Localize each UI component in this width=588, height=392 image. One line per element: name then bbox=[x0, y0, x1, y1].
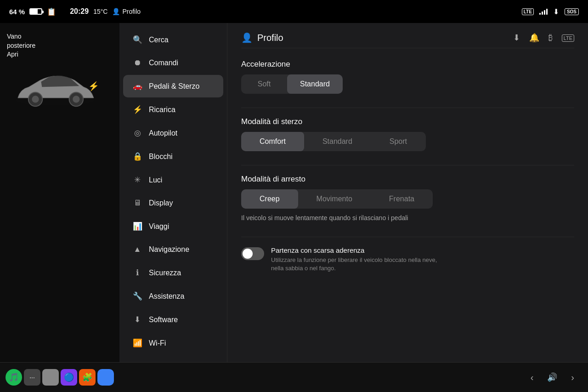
sidebar-item-luci[interactable]: ✳ Luci bbox=[123, 169, 223, 191]
sidebar-label-viaggi: Viaggi bbox=[149, 222, 169, 231]
sidebar-item-pedali[interactable]: 🚗 Pedali & Sterzo bbox=[123, 75, 223, 97]
stop-title: Modalità di arresto bbox=[241, 175, 574, 184]
acceleration-section: Accelerazione Soft Standard bbox=[241, 60, 574, 94]
stop-frenata-btn[interactable]: Frenata bbox=[371, 189, 433, 209]
signal-bar-4 bbox=[546, 9, 548, 15]
display-icon: 🖥 bbox=[132, 199, 142, 208]
stop-section: Modalità di arresto Creep Movimento Fren… bbox=[241, 175, 574, 223]
svg-text:⚡: ⚡ bbox=[88, 81, 99, 91]
traction-toggle-label: Partenza con scarsa aderenza bbox=[271, 246, 446, 254]
steering-btn-group: Comfort Standard Sport bbox=[241, 132, 426, 151]
profile-header-icon: 👤 bbox=[241, 32, 253, 43]
sidebar-label-wifi: Wi-Fi bbox=[149, 339, 166, 347]
traction-text-block: Partenza con scarsa aderenza Utilizzare … bbox=[271, 246, 446, 273]
acceleration-soft-btn[interactable]: Soft bbox=[241, 74, 287, 94]
status-bar-right: LTE ⬇ SOS bbox=[522, 7, 579, 16]
signal-bar-3 bbox=[544, 10, 545, 15]
wifi-icon: 📶 bbox=[132, 338, 142, 348]
divider-1 bbox=[241, 108, 574, 108]
stop-description: Il veicolo si muove lentamente quando si… bbox=[241, 213, 448, 223]
sicurezza-icon: ℹ bbox=[132, 268, 142, 278]
square-icon[interactable] bbox=[42, 369, 59, 386]
content-title-text: Profilo bbox=[257, 33, 283, 43]
download-icon: ⬇ bbox=[553, 7, 559, 16]
battery-icon bbox=[29, 8, 42, 15]
car-label-line2: posteriore bbox=[7, 42, 35, 49]
file-icon: 📋 bbox=[47, 7, 56, 16]
navigazione-icon: ▲ bbox=[132, 245, 142, 254]
status-profile: 👤 Profilo bbox=[112, 8, 141, 15]
bell-header-icon[interactable]: 🔔 bbox=[529, 33, 539, 43]
nav-next-arrow[interactable]: › bbox=[571, 372, 574, 383]
sidebar-label-ricarica: Ricarica bbox=[149, 106, 175, 114]
ricarica-icon: ⚡ bbox=[132, 105, 142, 114]
acceleration-title: Accelerazione bbox=[241, 60, 574, 69]
nav-prev-arrow[interactable]: ‹ bbox=[531, 372, 534, 383]
search-icon: 🔍 bbox=[132, 35, 142, 45]
puzzle-icon[interactable]: 🧩 bbox=[79, 369, 96, 386]
car-label-action[interactable]: Apri bbox=[7, 51, 18, 58]
steering-standard-btn[interactable]: Standard bbox=[304, 132, 371, 151]
sidebar-label-pedali: Pedali & Sterzo bbox=[149, 82, 199, 91]
sidebar-item-comandi[interactable]: ⏺ Comandi bbox=[123, 52, 223, 74]
car-label: Vano posteriore Apri bbox=[7, 32, 35, 59]
traction-toggle[interactable] bbox=[241, 247, 264, 260]
sidebar-item-viaggi[interactable]: 📊 Viaggi bbox=[123, 215, 223, 238]
autopilot-icon: ◎ bbox=[132, 128, 142, 138]
main-content: 👤 Profilo ⬇ 🔔 ₿ LTE Accelerazione Soft S… bbox=[227, 23, 588, 392]
stop-btn-group: Creep Movimento Frenata bbox=[241, 189, 433, 209]
battery-percentage: 64 % bbox=[9, 8, 25, 16]
svg-point-2 bbox=[32, 96, 39, 102]
profile-icon: 👤 bbox=[112, 8, 120, 15]
traction-toggle-description: Utilizzare la funzione per liberare il v… bbox=[271, 256, 446, 273]
signal-bar-2 bbox=[542, 11, 543, 15]
dots-menu-icon[interactable]: ··· bbox=[24, 369, 40, 386]
sidebar-item-software[interactable]: ⬇ Software bbox=[123, 308, 223, 331]
steering-title: Modalità di sterzo bbox=[241, 117, 574, 126]
steering-comfort-btn[interactable]: Comfort bbox=[241, 132, 304, 151]
divider-3 bbox=[241, 237, 574, 237]
sos-badge: SOS bbox=[565, 8, 579, 15]
sidebar-label-autopilot: Autopilot bbox=[149, 129, 177, 137]
sidebar-label-assistenza: Assistenza bbox=[149, 292, 184, 301]
square2-icon[interactable] bbox=[97, 369, 114, 386]
sidebar-label-display: Display bbox=[149, 199, 173, 207]
content-title: 👤 Profilo bbox=[241, 32, 283, 43]
download-header-icon[interactable]: ⬇ bbox=[513, 33, 520, 43]
sidebar-label-navigazione: Navigazione bbox=[149, 245, 189, 254]
profile-label: Profilo bbox=[122, 8, 141, 15]
sidebar-label-comandi: Comandi bbox=[149, 59, 178, 67]
sidebar-item-sicurezza[interactable]: ℹ Sicurezza bbox=[123, 261, 223, 284]
spotify-icon[interactable]: 🎵 bbox=[6, 369, 22, 386]
comandi-icon: ⏺ bbox=[132, 58, 142, 68]
acceleration-standard-btn[interactable]: Standard bbox=[287, 74, 343, 94]
status-bar: 64 % 📋 20:29 15°C 👤 Profilo LTE ⬇ SOS bbox=[0, 0, 588, 23]
viaggi-icon: 📊 bbox=[132, 222, 142, 231]
sidebar: 🔍 Cerca ⏺ Comandi 🚗 Pedali & Sterzo ⚡ Ri… bbox=[119, 23, 227, 392]
stop-movimento-btn[interactable]: Movimento bbox=[298, 189, 371, 209]
sidebar-item-ricarica[interactable]: ⚡ Ricarica bbox=[123, 98, 223, 121]
acceleration-btn-group: Soft Standard bbox=[241, 74, 343, 94]
sidebar-item-assistenza[interactable]: 🔧 Assistenza bbox=[123, 285, 223, 307]
steering-section: Modalità di sterzo Comfort Standard Spor… bbox=[241, 117, 574, 151]
volume-icon[interactable]: 🔊 bbox=[547, 372, 557, 382]
sidebar-item-wifi[interactable]: 📶 Wi-Fi bbox=[123, 332, 223, 354]
sidebar-item-autopilot[interactable]: ◎ Autopilot bbox=[123, 122, 223, 144]
signal-bars bbox=[539, 8, 548, 15]
bluetooth-header-icon[interactable]: ₿ bbox=[548, 33, 553, 43]
blocchi-icon: 🔒 bbox=[132, 152, 142, 161]
stop-creep-btn[interactable]: Creep bbox=[241, 189, 298, 209]
signal-bar-1 bbox=[539, 13, 541, 15]
sidebar-label-luci: Luci bbox=[149, 176, 162, 184]
sidebar-label-blocchi: Blocchi bbox=[149, 153, 173, 161]
status-time: 20:29 bbox=[70, 7, 89, 16]
steering-sport-btn[interactable]: Sport bbox=[371, 132, 426, 151]
sidebar-item-display[interactable]: 🖥 Display bbox=[123, 192, 223, 214]
camera-app-icon[interactable]: 🔵 bbox=[61, 369, 77, 386]
sidebar-item-blocchi[interactable]: 🔒 Blocchi bbox=[123, 145, 223, 168]
sidebar-item-cerca[interactable]: 🔍 Cerca bbox=[123, 28, 223, 51]
sidebar-item-navigazione[interactable]: ▲ Navigazione bbox=[123, 239, 223, 261]
divider-2 bbox=[241, 165, 574, 165]
software-icon: ⬇ bbox=[132, 315, 142, 324]
sidebar-label-cerca: Cerca bbox=[149, 36, 169, 44]
